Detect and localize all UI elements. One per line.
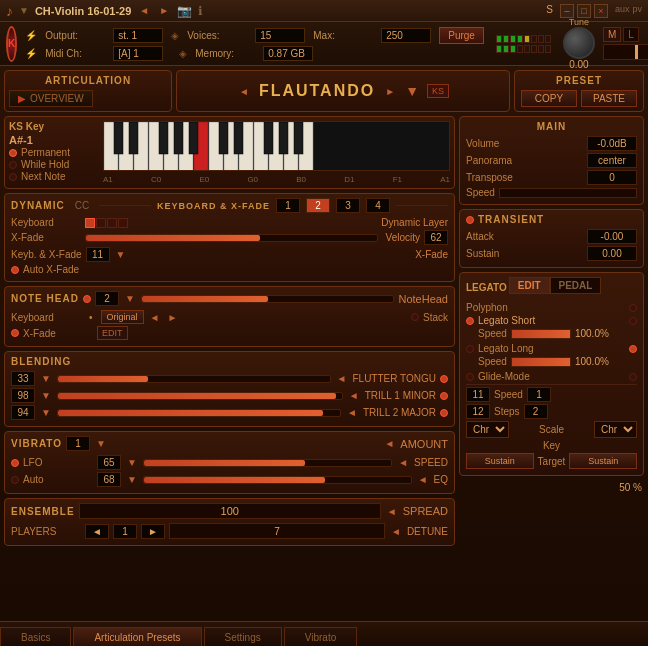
speed-slider[interactable] [499, 188, 637, 198]
blending-slider2[interactable] [57, 392, 343, 400]
players-prev[interactable]: ◄ [85, 524, 109, 539]
note-head-header: NOTE HEAD 2 ▼ NoteHead [11, 291, 448, 306]
vibrato-header: VIBRATO 1 ▼ ◄ AMOUNT [11, 436, 448, 451]
keyb-xfade-arrow[interactable]: ▼ [114, 249, 128, 260]
original-button[interactable]: Original [101, 310, 144, 324]
flautando-next[interactable]: ► [383, 86, 397, 97]
note-head-value[interactable]: 2 [95, 291, 119, 306]
svg-rect-14 [114, 122, 123, 154]
target-row: Sustain Target Sustain [466, 453, 637, 469]
sustain-value[interactable]: 0.00 [587, 246, 637, 261]
camera-icon[interactable]: 📷 [177, 4, 192, 18]
blending-arrow3[interactable]: ▼ [39, 407, 53, 418]
panorama-value[interactable]: center [587, 153, 637, 168]
sustain-btn-1[interactable]: Sustain [466, 453, 534, 469]
tab-vibrato[interactable]: Vibrato [284, 627, 358, 646]
maximize-btn[interactable]: □ [577, 4, 591, 18]
auto-value[interactable]: 68 [97, 472, 121, 487]
players-next[interactable]: ► [141, 524, 165, 539]
blending-slider3[interactable] [57, 409, 341, 417]
chr-dropdown-1[interactable]: Chr [466, 421, 509, 438]
legato-edit-tab[interactable]: EDIT [509, 277, 550, 294]
dynamic-header: DYNAMIC CC KEYBOARD & X-FADE 1 2 3 4 [11, 198, 448, 213]
prev-btn[interactable]: ◄ [137, 5, 151, 16]
output-value[interactable]: st. 1 [113, 28, 163, 43]
lfo-slider[interactable] [143, 459, 392, 467]
window-controls: S – □ × aux pv [546, 4, 642, 18]
transpose-value[interactable]: 0 [587, 170, 637, 185]
vibrato-val1[interactable]: 1 [66, 436, 90, 451]
tab-articulation-presets[interactable]: Articulation Presets [73, 627, 201, 646]
vibrato-arrow[interactable]: ▼ [94, 438, 108, 449]
keyb-xfade-value[interactable]: 11 [86, 247, 110, 262]
note-head-slider[interactable] [141, 295, 395, 303]
flutter-label: FLUTTER TONGU [352, 373, 436, 384]
transpose-label: Transpose [466, 172, 513, 183]
layer-3-btn[interactable]: 3 [336, 198, 360, 213]
nh-edit-button[interactable]: EDIT [97, 326, 128, 340]
steps-num1[interactable]: 12 [466, 404, 490, 419]
attack-value[interactable]: -0.00 [587, 229, 637, 244]
tune-knob[interactable] [563, 27, 595, 59]
auto-arrow[interactable]: ▼ [125, 474, 139, 485]
meter-seg [524, 35, 530, 43]
midi-value[interactable]: [A] 1 [113, 46, 163, 61]
purge-button[interactable]: Purge [439, 27, 484, 44]
tab-basics[interactable]: Basics [0, 627, 71, 646]
ks-badge: KS [427, 84, 449, 98]
attack-row: Attack -0.00 [466, 229, 637, 244]
layer-1-btn[interactable]: 1 [276, 198, 300, 213]
flautando-prev[interactable]: ◄ [237, 86, 251, 97]
m-btn[interactable]: M [603, 27, 621, 42]
kb-seg [85, 218, 95, 228]
original-prev[interactable]: ◄ [148, 312, 162, 323]
steps-num2[interactable]: 2 [524, 404, 548, 419]
key-row: Key [466, 440, 637, 451]
flautando-section: ◄ FLAUTANDO ► ▼ KS [176, 70, 510, 112]
info-icon[interactable]: ℹ [198, 4, 203, 18]
svg-rect-20 [234, 122, 243, 154]
speed-num1[interactable]: 11 [466, 387, 490, 402]
chr-dropdown-2[interactable]: Chr [594, 421, 637, 438]
keyboard-label: Keyboard [11, 217, 81, 228]
legato-pedal-tab[interactable]: PEDAL [550, 277, 602, 294]
blending-arrow2[interactable]: ▼ [39, 390, 53, 401]
legato-short-row: Legato Short [466, 315, 637, 326]
close-btn[interactable]: × [594, 4, 608, 18]
tab-settings[interactable]: Settings [204, 627, 282, 646]
spread-display: 100 [79, 503, 381, 519]
lfo-arrow[interactable]: ▼ [125, 457, 139, 468]
volume-value[interactable]: -0.0dB [587, 136, 637, 151]
auto-slider[interactable] [143, 476, 412, 484]
meter-seg [545, 45, 551, 53]
speed-num2[interactable]: 1 [527, 387, 551, 402]
xfade-slider[interactable] [85, 234, 378, 242]
l-btn[interactable]: L [623, 27, 639, 42]
volume-label: Volume [466, 138, 499, 149]
blending-arrow1[interactable]: ▼ [39, 373, 53, 384]
next-note-label: Next Note [21, 171, 65, 182]
overview-button[interactable]: ▶ OVERVIEW [9, 90, 93, 107]
steps-label: Steps [494, 406, 520, 417]
copy-button[interactable]: COPY [521, 90, 577, 107]
tune-slider[interactable] [603, 44, 648, 60]
paste-button[interactable]: PASTE [581, 90, 637, 107]
minimize-btn[interactable]: – [560, 4, 574, 18]
original-next[interactable]: ► [165, 312, 179, 323]
polyphon-led [629, 304, 637, 312]
eq-arrow: ◄ [416, 474, 430, 485]
layer-2-btn[interactable]: 2 [306, 198, 330, 213]
next-btn[interactable]: ► [157, 5, 171, 16]
blending-val3[interactable]: 94 [11, 405, 35, 420]
nh-keyboard-row: Keyboard • Original ◄ ► Stack [11, 310, 448, 324]
speed-bar-1[interactable] [511, 329, 571, 339]
speed-bar-2[interactable] [511, 357, 571, 367]
blending-slider1[interactable] [57, 375, 331, 383]
lfo-value[interactable]: 65 [97, 455, 121, 470]
layer-4-btn[interactable]: 4 [366, 198, 390, 213]
blending-val2[interactable]: 98 [11, 388, 35, 403]
note-head-arrow[interactable]: ▼ [123, 293, 137, 304]
sustain-btn-2[interactable]: Sustain [569, 453, 637, 469]
dropdown-icon[interactable]: ▼ [19, 5, 29, 16]
blending-val1[interactable]: 33 [11, 371, 35, 386]
